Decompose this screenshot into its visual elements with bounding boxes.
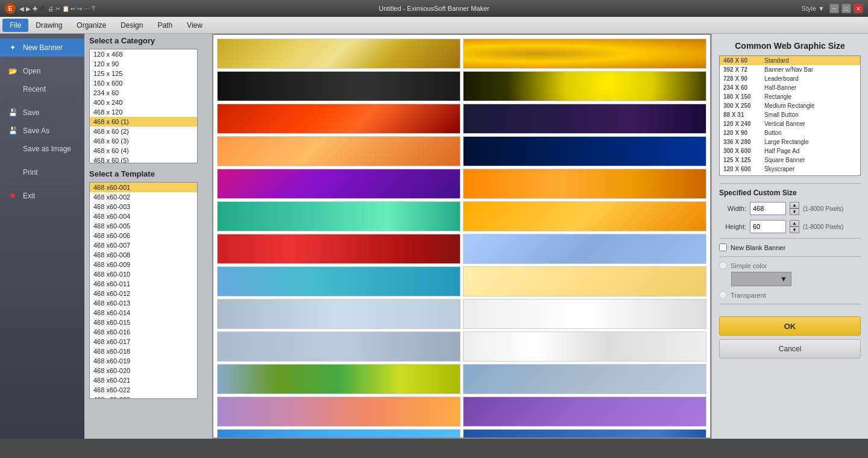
size-item[interactable]: 88 X 31Small Button [720,110,860,119]
simple-color-radio[interactable] [719,262,727,269]
menu-view[interactable]: View [180,19,210,32]
banner-thumb[interactable] [217,266,461,296]
menu-drawing[interactable]: Drawing [28,19,69,32]
new-blank-row[interactable]: New Blank Banner [719,243,861,251]
ok-button[interactable]: OK [719,316,861,336]
template-item[interactable]: 468 x60-012 [90,289,197,298]
category-item[interactable]: 234 x 60 [90,88,197,98]
size-item[interactable]: 468 X 60Standard [720,56,860,65]
banner-thumb[interactable] [217,234,461,264]
close-button[interactable]: ✕ [854,4,863,13]
template-item[interactable]: 468 x60-019 [90,356,197,366]
template-item[interactable]: 468 x60-007 [90,240,197,250]
size-item[interactable]: 300 X 250Medium Rectangle [720,101,860,110]
menu-path[interactable]: Path [150,19,180,32]
template-item[interactable]: 468 x60-018 [90,347,197,356]
simple-color-row[interactable]: Simple color [719,262,861,269]
banner-thumb[interactable] [217,104,461,134]
size-item[interactable]: 120 X 240Vertical Banner [720,119,860,128]
banner-thumb[interactable] [463,169,706,199]
banner-thumb[interactable] [463,136,706,166]
template-item[interactable]: 468 x60-015 [90,318,197,327]
maximize-button[interactable]: □ [841,4,851,13]
transparent-row[interactable]: Transparent [719,291,861,299]
menu-file[interactable]: File [2,19,28,32]
category-item[interactable]: 468 x 60 (5) [90,155,197,163]
height-up-btn[interactable]: ▲ [790,220,799,227]
width-down-btn[interactable]: ▼ [790,209,799,215]
menu-design[interactable]: Design [113,19,150,32]
size-item[interactable]: 120 X 600Skyscraper [720,165,860,174]
banner-thumb[interactable] [217,299,461,329]
template-item[interactable]: 468 x60-008 [90,250,197,260]
banner-thumb[interactable] [217,429,461,439]
sidebar-item-exit[interactable]: ✖ Exit [0,187,84,205]
template-item[interactable]: 468 x60-004 [90,212,197,221]
banner-thumb[interactable] [217,71,461,101]
sidebar-item-save-image[interactable]: Save as Image [0,140,84,158]
new-blank-checkbox[interactable] [719,243,727,251]
banner-thumb[interactable] [463,104,706,134]
category-item[interactable]: 125 x 125 [90,69,197,78]
size-item[interactable]: 120 X 90Button [720,128,860,137]
size-item[interactable]: 180 X 150Rectangle [720,92,860,101]
banner-thumb[interactable] [463,234,706,264]
height-down-btn[interactable]: ▼ [790,227,799,233]
style-label[interactable]: Style ▼ [802,5,825,12]
width-input[interactable] [750,202,786,215]
template-item[interactable]: 468 x60-017 [90,337,197,347]
size-item[interactable]: 234 X 60Half-Banner [720,83,860,92]
sidebar-item-new-banner[interactable]: ✦ New Banner [0,39,84,57]
sidebar-item-open[interactable]: 📂 Open [0,62,84,80]
category-item[interactable]: 468 x 120 [90,107,197,117]
category-item[interactable]: 120 x 90 [90,59,197,69]
template-item[interactable]: 468 x60-010 [90,269,197,279]
banner-thumb[interactable] [217,331,461,362]
template-item[interactable]: 468 x60-016 [90,327,197,337]
sidebar-item-print[interactable]: Print [0,163,84,181]
sidebar-item-save[interactable]: 💾 Save [0,104,84,122]
menu-organize[interactable]: Organize [69,19,113,32]
template-item[interactable]: 468 x60-011 [90,279,197,289]
banner-thumb[interactable] [217,39,461,69]
template-item[interactable]: 468 x60-005 [90,221,197,231]
category-item[interactable]: 468 x 60 (2) [90,127,197,136]
size-item[interactable]: 392 X 72Banner w/Nav Bar [720,65,860,74]
category-item[interactable]: 468 x 60 (1) [90,117,197,127]
banner-thumb[interactable] [217,364,461,394]
template-item[interactable]: 468 x60-022 [90,385,197,395]
banner-thumb[interactable] [463,71,706,101]
banner-thumb[interactable] [217,397,461,427]
banner-thumb[interactable] [217,169,461,199]
template-item[interactable]: 468 x60-014 [90,308,197,318]
template-item[interactable]: 468 x60-020 [90,366,197,375]
size-item[interactable]: 300 X 600Half Page Ad [720,146,860,155]
cancel-button[interactable]: Cancel [719,339,861,359]
template-item[interactable]: 468 x60-021 [90,375,197,385]
banner-thumb[interactable] [463,201,706,231]
banner-thumb[interactable] [463,397,706,427]
template-item[interactable]: 468 x60-013 [90,298,197,308]
category-item[interactable]: 468 x 60 (3) [90,136,197,146]
size-item[interactable]: 728 X 90Leaderboard [720,74,860,83]
template-item[interactable]: 468 x60-023 [90,395,197,399]
banner-thumb[interactable] [463,39,706,69]
height-input[interactable] [750,220,786,233]
sidebar-item-recent[interactable]: Recent [0,80,84,98]
template-item[interactable]: 468 x60-001 [90,183,197,192]
template-listbox[interactable]: 468 x60-001468 x60-002468 x60-003468 x60… [89,182,198,399]
category-listbox[interactable]: 120 x 468120 x 90125 x 125160 x 600234 x… [89,49,198,163]
color-dropdown[interactable]: ▼ [731,272,791,286]
category-item[interactable]: 468 x 60 (4) [90,146,197,155]
template-item[interactable]: 468 x60-006 [90,231,197,240]
minimize-button[interactable]: ─ [829,4,839,13]
template-item[interactable]: 468 x60-003 [90,202,197,212]
template-item[interactable]: 468 x60-009 [90,260,197,269]
size-listbox[interactable]: 468 X 60Standard392 X 72Banner w/Nav Bar… [719,55,861,176]
category-item[interactable]: 400 x 240 [90,98,197,107]
category-item[interactable]: 160 x 600 [90,78,197,88]
template-item[interactable]: 468 x60-002 [90,192,197,202]
size-item[interactable]: 125 X 125Square Banner [720,155,860,165]
width-up-btn[interactable]: ▲ [790,202,799,209]
category-item[interactable]: 120 x 468 [90,49,197,59]
